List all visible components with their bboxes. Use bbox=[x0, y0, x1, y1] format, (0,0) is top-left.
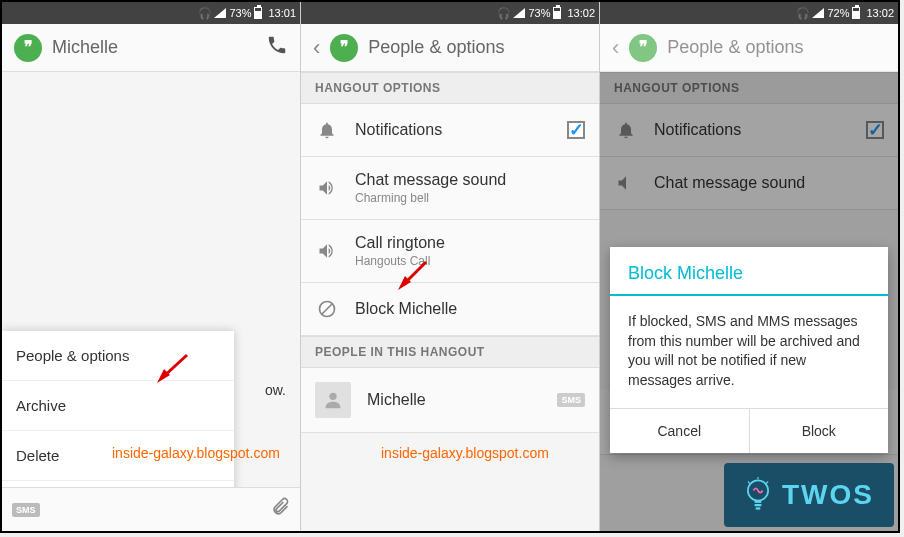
sms-badge: SMS bbox=[557, 393, 585, 407]
watermark: inside-galaxy.blogspot.com bbox=[112, 445, 280, 461]
twos-label: TWOS bbox=[782, 479, 874, 511]
notifications-label: Notifications bbox=[355, 121, 551, 139]
chat-sound-value: Charming bell bbox=[355, 191, 585, 205]
chat-sound-item[interactable]: Chat message sound Charming bell bbox=[301, 157, 599, 220]
speaker-icon bbox=[315, 176, 339, 200]
headphones-icon: 🎧 bbox=[198, 7, 212, 20]
speaker-icon bbox=[315, 239, 339, 263]
section-people: PEOPLE IN THIS HANGOUT bbox=[301, 336, 599, 368]
headphones-icon: 🎧 bbox=[497, 7, 511, 20]
battery-icon bbox=[553, 7, 561, 19]
dialog-title: Block Michelle bbox=[610, 247, 888, 294]
svg-rect-10 bbox=[755, 501, 762, 503]
app-header: ‹ People & options bbox=[301, 24, 599, 72]
cancel-button[interactable]: Cancel bbox=[610, 409, 750, 453]
battery-percent: 73% bbox=[229, 7, 251, 19]
clock: 13:02 bbox=[567, 7, 595, 19]
conversation-title: Michelle bbox=[52, 37, 256, 58]
person-name: Michelle bbox=[367, 391, 541, 409]
twos-logo-badge: TWOS bbox=[724, 463, 894, 527]
block-item[interactable]: Block Michelle bbox=[301, 283, 599, 336]
watermark: inside-galaxy.blogspot.com bbox=[381, 445, 549, 461]
battery-percent: 72% bbox=[827, 7, 849, 19]
dialog-actions: Cancel Block bbox=[610, 408, 888, 453]
block-button[interactable]: Block bbox=[750, 409, 889, 453]
back-icon[interactable]: ‹ bbox=[612, 35, 619, 61]
svg-rect-11 bbox=[755, 504, 762, 506]
avatar bbox=[315, 382, 351, 418]
call-icon[interactable] bbox=[266, 34, 288, 62]
sms-badge: SMS bbox=[12, 503, 40, 517]
app-header: ‹ People & options bbox=[600, 24, 898, 72]
status-bar: 🎧 73% 13:01 bbox=[2, 2, 300, 24]
ringtone-label: Call ringtone bbox=[355, 234, 585, 252]
ringtone-value: Hangouts Call bbox=[355, 254, 585, 268]
dialog-message: If blocked, SMS and MMS messages from th… bbox=[610, 298, 888, 408]
back-icon[interactable]: ‹ bbox=[313, 35, 320, 61]
clock: 13:01 bbox=[268, 7, 296, 19]
headphones-icon: 🎧 bbox=[796, 7, 810, 20]
phone-screen-2: 🎧 73% 13:02 ‹ People & options HANGOUT O… bbox=[301, 2, 600, 531]
person-item[interactable]: Michelle SMS bbox=[301, 368, 599, 433]
app-header: Michelle bbox=[2, 24, 300, 72]
clock: 13:02 bbox=[866, 7, 894, 19]
lightbulb-icon bbox=[744, 477, 772, 513]
hangouts-logo-icon[interactable] bbox=[14, 34, 42, 62]
chat-sound-label: Chat message sound bbox=[355, 171, 585, 189]
bell-icon bbox=[315, 118, 339, 142]
block-label: Block Michelle bbox=[355, 300, 585, 318]
page-title: People & options bbox=[667, 37, 886, 58]
menu-people-options[interactable]: People & options bbox=[2, 331, 234, 381]
notifications-checkbox[interactable] bbox=[567, 121, 585, 139]
phone-screen-1: 🎧 73% 13:01 Michelle ow. People & option… bbox=[2, 2, 301, 531]
attachment-icon[interactable] bbox=[270, 497, 290, 522]
battery-icon bbox=[254, 7, 262, 19]
signal-icon bbox=[214, 8, 226, 18]
phone-screen-3: 🎧 72% 13:02 ‹ People & options HANGOUT O… bbox=[600, 2, 898, 531]
status-bar: 🎧 72% 13:02 bbox=[600, 2, 898, 24]
block-dialog: Block Michelle If blocked, SMS and MMS m… bbox=[610, 247, 888, 453]
svg-line-15 bbox=[766, 482, 768, 484]
signal-icon bbox=[513, 8, 525, 18]
section-hangout-options: HANGOUT OPTIONS bbox=[301, 72, 599, 104]
battery-icon bbox=[852, 7, 860, 19]
message-preview: ow. bbox=[265, 382, 286, 398]
signal-icon bbox=[812, 8, 824, 18]
ringtone-item[interactable]: Call ringtone Hangouts Call bbox=[301, 220, 599, 283]
hangouts-logo-icon[interactable] bbox=[629, 34, 657, 62]
svg-rect-12 bbox=[756, 507, 761, 509]
battery-percent: 73% bbox=[528, 7, 550, 19]
page-title: People & options bbox=[368, 37, 587, 58]
svg-point-6 bbox=[329, 393, 336, 400]
menu-archive[interactable]: Archive bbox=[2, 381, 234, 431]
chat-content: ow. People & options Archive Delete Help… bbox=[2, 72, 300, 531]
notifications-item[interactable]: Notifications bbox=[301, 104, 599, 157]
svg-line-4 bbox=[322, 304, 332, 314]
svg-line-14 bbox=[748, 482, 750, 484]
block-icon bbox=[315, 297, 339, 321]
compose-bar[interactable]: SMS bbox=[2, 487, 300, 531]
status-bar: 🎧 73% 13:02 bbox=[301, 2, 599, 24]
settings-content: HANGOUT OPTIONS Notifications Chat messa… bbox=[301, 72, 599, 531]
hangouts-logo-icon[interactable] bbox=[330, 34, 358, 62]
divider bbox=[610, 294, 888, 296]
